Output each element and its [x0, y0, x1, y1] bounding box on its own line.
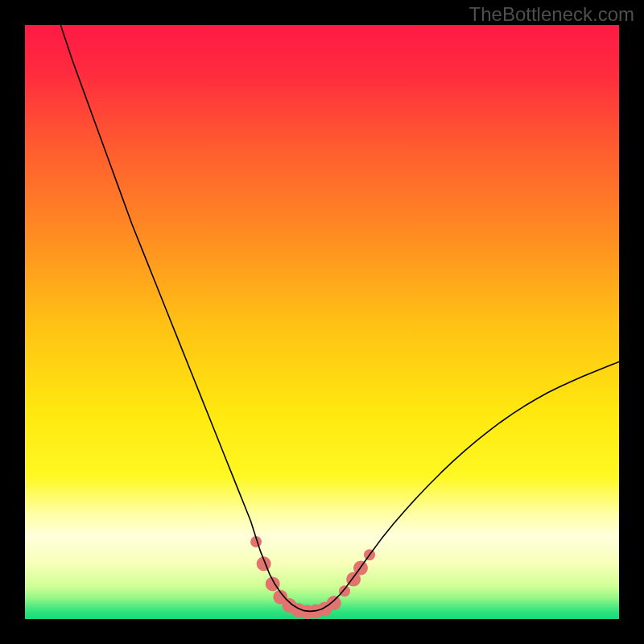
chart-frame: TheBottleneck.com	[0, 0, 644, 644]
marker-point	[339, 585, 350, 597]
plot-svg	[25, 25, 619, 619]
gradient-background	[25, 25, 619, 619]
watermark-label: TheBottleneck.com	[469, 3, 634, 26]
plot-area	[25, 25, 619, 619]
marker-point	[327, 596, 341, 610]
